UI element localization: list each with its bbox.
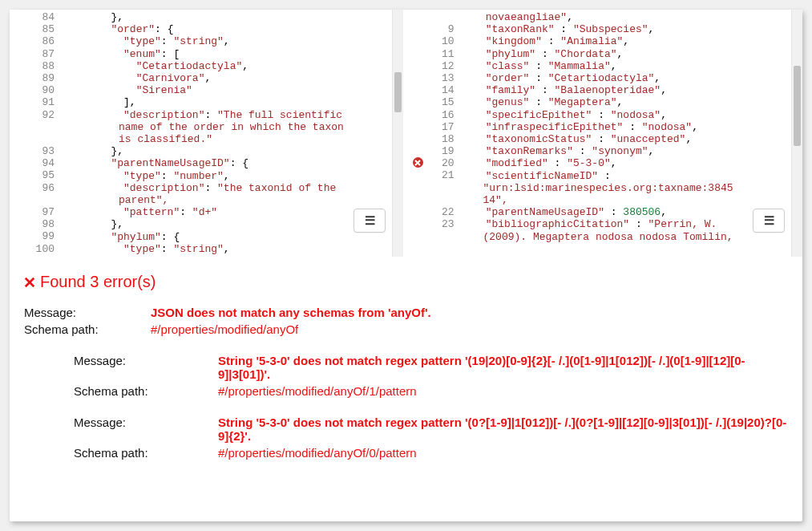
- format-button-right[interactable]: ☰: [753, 209, 785, 233]
- sub-error-block: Message:String '5-3-0' does not match re…: [74, 415, 788, 460]
- error-schemapath-label: Schema path:: [24, 322, 151, 336]
- editors-row: 84858687888990919293949596979899100 }, "…: [10, 10, 802, 257]
- json-editor[interactable]: 91011121314151617181920212223 novaeangli…: [410, 10, 803, 257]
- error-message-label: Message:: [74, 415, 218, 443]
- error-message-label: Message:: [74, 354, 218, 381]
- error-x-icon: [24, 277, 35, 288]
- scrollbar-left[interactable]: [392, 10, 403, 257]
- code-area-left[interactable]: }, "order": { "type": "string", "enum": …: [61, 10, 392, 257]
- sub-error-block: Message:String '5-3-0' does not match re…: [74, 354, 788, 398]
- scroll-thumb-left[interactable]: [394, 72, 402, 112]
- error-row: Message:String '5-3-0' does not match re…: [74, 415, 788, 443]
- scroll-thumb-right[interactable]: [794, 66, 801, 146]
- schema-editor[interactable]: 84858687888990919293949596979899100 }, "…: [10, 10, 403, 257]
- scrollbar-right[interactable]: [791, 10, 802, 257]
- error-message-value: JSON does not match any schemas from 'an…: [151, 306, 788, 319]
- error-schemapath-value: #/properties/modified/anyOf/1/pattern: [218, 384, 788, 398]
- list-icon: ☰: [764, 213, 774, 228]
- error-count-text: Found 3 error(s): [40, 273, 156, 291]
- line-gutter-right: 91011121314151617181920212223: [410, 10, 461, 257]
- error-panel: Found 3 error(s) Message: JSON does not …: [10, 257, 802, 521]
- error-message-value: String '5-3-0' does not match regex patt…: [218, 354, 788, 381]
- error-row: Schema path: #/properties/modified/anyOf: [24, 322, 788, 336]
- error-schemapath-value: #/properties/modified/anyOf: [151, 322, 788, 336]
- error-row: Schema path:#/properties/modified/anyOf/…: [74, 446, 788, 460]
- error-row: Message: JSON does not match any schemas…: [24, 306, 788, 319]
- error-message-label: Message:: [24, 306, 151, 319]
- line-gutter-left: 84858687888990919293949596979899100: [10, 10, 61, 257]
- error-row: Schema path:#/properties/modified/anyOf/…: [74, 384, 788, 398]
- format-button-left[interactable]: ☰: [353, 209, 386, 233]
- error-schemapath-label: Schema path:: [74, 384, 218, 398]
- error-schemapath-label: Schema path:: [74, 446, 218, 460]
- list-icon: ☰: [365, 213, 374, 228]
- json-validator-window: 84858687888990919293949596979899100 }, "…: [10, 10, 802, 521]
- error-message-value: String '5-3-0' does not match regex patt…: [218, 415, 788, 443]
- error-gutter-icon: [413, 157, 423, 168]
- error-row: Message:String '5-3-0' does not match re…: [74, 354, 788, 381]
- code-area-right[interactable]: novaeangliae", "taxonRank" : "Subspecies…: [461, 10, 792, 257]
- error-schemapath-value: #/properties/modified/anyOf/0/pattern: [218, 446, 788, 460]
- error-header: Found 3 error(s): [24, 273, 788, 291]
